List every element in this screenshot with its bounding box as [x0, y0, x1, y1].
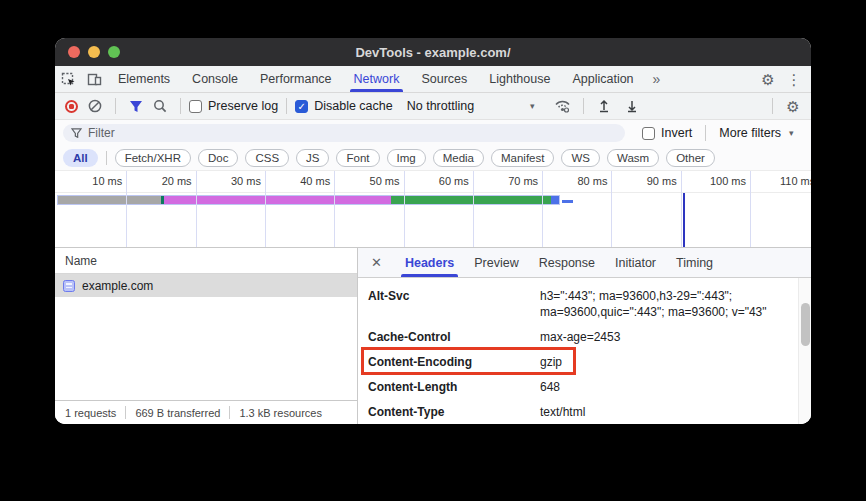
chip-other[interactable]: Other	[666, 149, 715, 167]
more-filters-dropdown-icon[interactable]: ▾	[789, 128, 794, 138]
timeline-tick-label: 20 ms	[126, 175, 192, 187]
disable-cache-checkbox[interactable]: ✓	[295, 100, 308, 113]
chip-css[interactable]: CSS	[245, 149, 289, 167]
filter-row: Invert More filters ▾	[55, 120, 811, 146]
throttling-select-value[interactable]: No throttling	[407, 99, 474, 113]
timeline-tick-label: 100 ms	[680, 175, 746, 187]
transferred-size: 669 B transferred	[135, 407, 220, 419]
tab-lighthouse[interactable]: Lighthouse	[478, 66, 561, 92]
chip-media[interactable]: Media	[433, 149, 484, 167]
search-icon[interactable]	[148, 94, 172, 118]
tab-headers[interactable]: Headers	[395, 248, 464, 277]
more-filters-button[interactable]: More filters	[719, 126, 781, 140]
header-name: Content-Length	[368, 379, 540, 395]
header-name: Cache-Control	[368, 329, 540, 345]
chip-all[interactable]: All	[63, 149, 98, 167]
tab-timing[interactable]: Timing	[666, 248, 723, 277]
details-scrollbar[interactable]	[798, 278, 811, 424]
resources-size: 1.3 kB resources	[239, 407, 322, 419]
record-icon	[65, 100, 78, 113]
record-network-log-button[interactable]	[59, 94, 83, 118]
header-value: h3=":443"; ma=93600,h3-29=":443"; ma=936…	[540, 288, 788, 320]
tab-initiator[interactable]: Initiator	[605, 248, 666, 277]
chip-js[interactable]: JS	[296, 149, 329, 167]
filter-pill[interactable]	[63, 124, 625, 142]
preserve-log-checkbox[interactable]	[189, 100, 202, 113]
timeline-tick-label: 80 ms	[541, 175, 607, 187]
toolbar-divider	[583, 98, 584, 114]
import-har-icon[interactable]	[592, 94, 616, 118]
export-har-icon[interactable]	[620, 94, 644, 118]
network-toolbar: Preserve log ✓ Disable cache No throttli…	[55, 93, 811, 120]
header-row: Cache-Control max-age=2453	[368, 329, 811, 345]
timeline-tick-label: 60 ms	[403, 175, 469, 187]
tab-performance[interactable]: Performance	[249, 66, 343, 92]
devtools-window: DevTools - example.com/ Elements Console…	[55, 38, 811, 424]
header-name: Alt-Svc	[368, 288, 540, 304]
status-divider	[229, 406, 230, 419]
tab-application[interactable]: Application	[561, 66, 644, 92]
kebab-menu-icon[interactable]: ⋮	[781, 66, 807, 92]
overview-bar[interactable]	[57, 195, 560, 205]
timeline-tick-label: 90 ms	[611, 175, 677, 187]
timeline-tick-label: 40 ms	[264, 175, 330, 187]
minimize-window-button[interactable]	[88, 46, 100, 58]
dom-content-loaded-marker	[683, 193, 685, 247]
tab-console[interactable]: Console	[181, 66, 249, 92]
chip-wasm[interactable]: Wasm	[607, 149, 659, 167]
maximize-window-button[interactable]	[108, 46, 120, 58]
timeline-tick-label: 10 ms	[56, 175, 122, 187]
header-name: Content-Type	[368, 404, 540, 420]
settings-gear-icon[interactable]: ⚙	[755, 66, 781, 92]
network-settings-gear-icon[interactable]: ⚙	[781, 94, 805, 118]
filter-funnel-icon[interactable]	[124, 94, 148, 118]
details-pane: ✕ Headers Preview Response Initiator Tim…	[358, 248, 811, 424]
preserve-log-label: Preserve log	[208, 99, 278, 113]
details-tab-bar: ✕ Headers Preview Response Initiator Tim…	[358, 248, 811, 278]
inspect-element-icon[interactable]	[55, 66, 81, 92]
toolbar-divider	[180, 98, 181, 114]
clear-network-log-button[interactable]	[83, 94, 107, 118]
device-toolbar-icon[interactable]	[81, 66, 107, 92]
network-conditions-icon[interactable]	[551, 94, 575, 118]
tabbar-spacer	[668, 66, 755, 92]
header-name: Content-Encoding	[368, 354, 540, 370]
invert-checkbox[interactable]	[642, 127, 655, 140]
chip-fetch-xhr[interactable]: Fetch/XHR	[115, 149, 191, 167]
scrollbar-thumb[interactable]	[801, 303, 810, 346]
timeline-tick-label: 50 ms	[334, 175, 400, 187]
timeline-tick-label: 30 ms	[195, 175, 261, 187]
tab-sources[interactable]: Sources	[410, 66, 478, 92]
chip-manifest[interactable]: Manifest	[491, 149, 554, 167]
header-row: Alt-Svc h3=":443"; ma=93600,h3-29=":443"…	[368, 288, 811, 320]
window-title: DevTools - example.com/	[355, 45, 510, 60]
header-value: text/html	[540, 404, 788, 420]
chip-ws[interactable]: WS	[561, 149, 600, 167]
overview-segment	[164, 196, 391, 204]
tab-response[interactable]: Response	[529, 248, 605, 277]
chip-img[interactable]: Img	[387, 149, 426, 167]
close-window-button[interactable]	[68, 46, 80, 58]
filter-input[interactable]	[88, 126, 617, 140]
chip-font[interactable]: Font	[336, 149, 379, 167]
name-column-header[interactable]: Name	[55, 248, 357, 274]
toolbar-divider	[286, 98, 287, 114]
throttling-dropdown-icon[interactable]: ▾	[530, 101, 535, 111]
overview-segment	[391, 196, 551, 204]
overview-segment	[58, 196, 161, 204]
more-tabs-icon[interactable]: »	[645, 66, 669, 92]
traffic-lights	[68, 46, 120, 58]
overview-dash	[562, 200, 572, 203]
tab-elements[interactable]: Elements	[107, 66, 181, 92]
response-headers-list: Alt-Svc h3=":443"; ma=93600,h3-29=":443"…	[358, 278, 811, 420]
chip-divider	[106, 151, 107, 165]
header-row: Content-Type text/html	[368, 404, 811, 420]
invert-label: Invert	[661, 126, 692, 140]
close-details-icon[interactable]: ✕	[358, 248, 395, 277]
tab-network[interactable]: Network	[343, 66, 411, 92]
request-row-selected[interactable]: example.com	[55, 274, 357, 297]
chip-doc[interactable]: Doc	[198, 149, 238, 167]
overview-segment	[551, 196, 559, 204]
timeline[interactable]: 10 ms20 ms30 ms40 ms50 ms60 ms70 ms80 ms…	[55, 171, 811, 247]
tab-preview[interactable]: Preview	[464, 248, 528, 277]
